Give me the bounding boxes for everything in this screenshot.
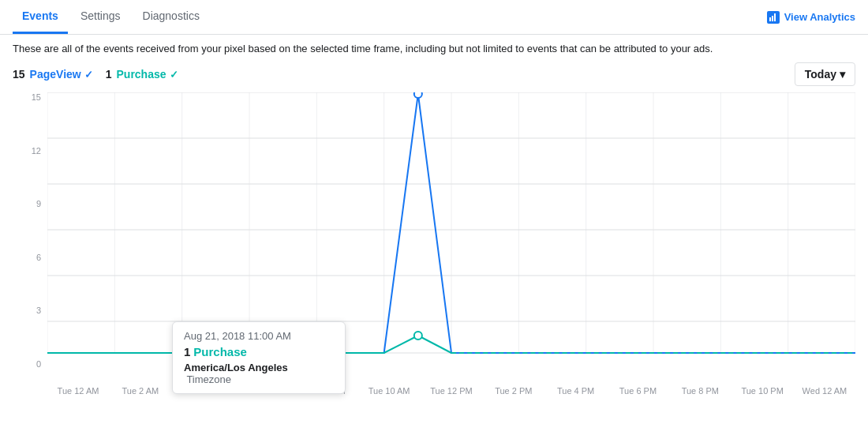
pageview-check: ✓ (84, 69, 93, 81)
x-label-12: Wed 12 AM (794, 386, 855, 396)
tooltip-timezone-text: Timezone (186, 373, 231, 385)
x-label-9: Tue 6 PM (607, 386, 668, 396)
tab-settings[interactable]: Settings (71, 0, 130, 34)
svg-rect-1 (772, 16, 773, 21)
tooltip-count: 1 (184, 345, 190, 358)
dropdown-arrow-icon: ▾ (840, 68, 845, 81)
x-label-7: Tue 2 PM (483, 386, 544, 396)
analytics-icon (767, 11, 780, 24)
purchase-label: Purchase (117, 68, 166, 81)
y-label-15: 15 (13, 92, 41, 102)
pageview-label: PageView (30, 68, 81, 81)
tooltip-timezone-label: America/Los Angeles (184, 362, 288, 373)
legend-items: 15 PageView ✓ 1 Purchase ✓ (13, 68, 178, 81)
svg-rect-2 (774, 13, 776, 21)
x-label-8: Tue 4 PM (545, 386, 607, 396)
tooltip-time: Aug 21, 2018 11:00 AM (184, 330, 334, 342)
y-label-0: 0 (13, 359, 41, 369)
tab-events[interactable]: Events (13, 0, 68, 34)
svg-rect-0 (769, 17, 771, 21)
x-label-5: Tue 10 AM (358, 386, 420, 396)
today-button[interactable]: Today ▾ (795, 62, 855, 86)
legend-row: 15 PageView ✓ 1 Purchase ✓ Today ▾ (0, 59, 868, 92)
chart-svg (47, 92, 855, 369)
y-label-9: 9 (13, 199, 41, 208)
tooltip-event: 1Purchase (184, 345, 334, 358)
y-label-6: 6 (13, 253, 41, 262)
description-text: These are all of the events received fro… (0, 35, 868, 59)
tooltip-timezone: America/Los Angeles Timezone (184, 362, 334, 385)
top-bar: Events Settings Diagnostics View Analyti… (0, 0, 868, 35)
y-label-3: 3 (13, 306, 41, 315)
purchase-check: ✓ (170, 69, 178, 81)
tab-diagnostics[interactable]: Diagnostics (133, 0, 209, 34)
tabs: Events Settings Diagnostics (13, 0, 212, 34)
x-label-6: Tue 12 PM (421, 386, 482, 396)
pageview-peak-dot (414, 92, 422, 98)
chart-container: 15 12 9 6 3 0 (0, 92, 868, 396)
x-label-1: Tue 2 AM (110, 386, 171, 396)
view-analytics-button[interactable]: View Analytics (767, 11, 855, 24)
y-label-12: 12 (13, 146, 41, 156)
purchase-peak-dot (414, 332, 422, 340)
x-label-0: Tue 12 AM (47, 386, 109, 396)
x-label-10: Tue 8 PM (669, 386, 731, 396)
x-axis: Tue 12 AM Tue 2 AM Tue 4 AM Tue 6 AM Tue… (0, 385, 868, 396)
x-label-11: Tue 10 PM (731, 386, 793, 396)
tooltip: Aug 21, 2018 11:00 AM 1Purchase America/… (172, 321, 346, 394)
legend-pageview[interactable]: 15 PageView ✓ (13, 68, 93, 81)
pageview-count: 15 (13, 68, 25, 81)
purchase-count: 1 (106, 68, 112, 81)
legend-purchase[interactable]: 1 Purchase ✓ (106, 68, 178, 81)
